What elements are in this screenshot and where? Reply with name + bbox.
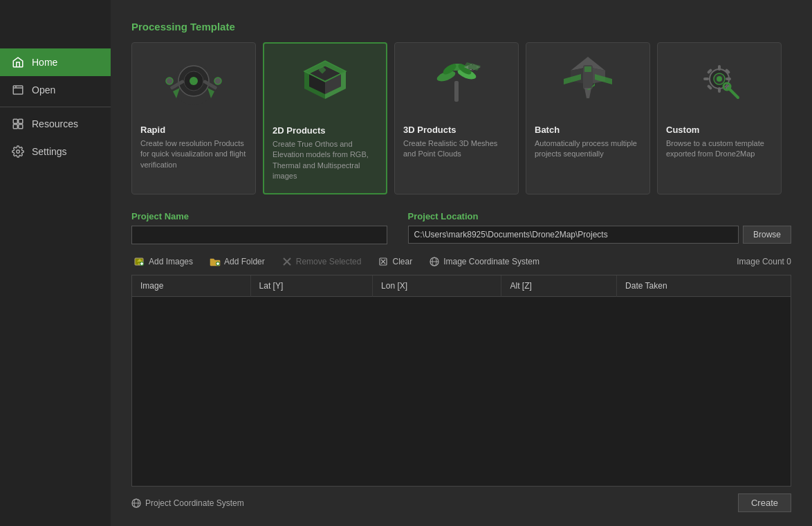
project-name-label: Project Name xyxy=(131,211,387,221)
image-table-wrapper: Image Lat [Y] Lon [X] Alt [Z] Date Taken xyxy=(131,275,791,487)
batch-card-image xyxy=(526,43,649,119)
image-count-value: 0 xyxy=(786,257,791,266)
add-folder-icon xyxy=(210,256,221,267)
templates-row: Rapid Create low resolution Products for… xyxy=(131,42,791,194)
remove-selected-label: Remove Selected xyxy=(296,257,362,266)
remove-selected-button[interactable]: Remove Selected xyxy=(279,254,365,269)
add-images-button[interactable]: Add Images xyxy=(131,254,196,269)
batch-card-desc: Automatically process multiple projects … xyxy=(535,138,641,160)
col-date: Date Taken xyxy=(617,275,791,297)
svg-rect-4 xyxy=(19,125,23,129)
2d-card-title: 2D Products xyxy=(273,125,378,136)
col-lat: Lat [Y] xyxy=(250,275,373,297)
col-alt: Alt [Z] xyxy=(501,275,617,297)
3d-card-body: 3D Products Create Realistic 3D Meshes a… xyxy=(395,119,518,160)
svg-point-9 xyxy=(190,77,198,85)
settings-icon xyxy=(11,145,25,158)
col-lon: Lon [X] xyxy=(373,275,501,297)
svg-rect-24 xyxy=(454,81,459,102)
globe-icon xyxy=(131,498,141,508)
svg-rect-2 xyxy=(19,119,23,123)
2d-card-body: 2D Products Create True Orthos and Eleva… xyxy=(264,120,386,182)
image-coord-system-button[interactable]: Image Coordinate System xyxy=(426,254,542,269)
add-folder-label: Add Folder xyxy=(224,257,265,266)
rapid-card-image xyxy=(132,43,255,119)
remove-selected-icon xyxy=(282,256,293,267)
svg-rect-49 xyxy=(726,78,731,80)
svg-rect-1 xyxy=(13,119,17,123)
project-coord-label: Project Coordinate System xyxy=(145,498,244,508)
template-card-batch[interactable]: Batch Automatically process multiple pro… xyxy=(526,42,650,194)
open-icon xyxy=(11,83,25,97)
col-image: Image xyxy=(132,275,250,297)
svg-point-5 xyxy=(17,150,20,154)
svg-rect-46 xyxy=(718,65,721,71)
sidebar-item-open[interactable]: Open xyxy=(0,76,111,104)
template-card-custom[interactable]: Custom Browse to a custom template expor… xyxy=(657,42,782,194)
template-card-rapid[interactable]: Rapid Create low resolution Products for… xyxy=(131,42,256,194)
template-card-3d[interactable]: 3D Products Create Realistic 3D Meshes a… xyxy=(394,42,519,194)
clear-icon xyxy=(378,256,389,267)
2d-card-desc: Create True Orthos and Elevation models … xyxy=(273,139,378,182)
custom-card-desc: Browse to a custom template exported fro… xyxy=(666,138,773,160)
location-row: Browse xyxy=(408,226,791,244)
rapid-card-title: Rapid xyxy=(140,125,247,135)
sidebar-item-resources[interactable]: Resources xyxy=(0,110,111,138)
processing-template-section: Processing Template xyxy=(131,21,791,211)
add-images-icon xyxy=(134,256,145,267)
image-count: Image Count 0 xyxy=(737,257,791,266)
table-header-row: Image Lat [Y] Lon [X] Alt [Z] Date Taken xyxy=(132,275,791,297)
sidebar-item-settings[interactable]: Settings xyxy=(0,138,111,165)
custom-card-title: Custom xyxy=(666,125,773,135)
clear-label: Clear xyxy=(392,257,412,266)
project-location-input[interactable] xyxy=(408,226,739,244)
image-table: Image Lat [Y] Lon [X] Alt [Z] Date Taken xyxy=(132,275,791,297)
svg-point-45 xyxy=(717,76,722,82)
project-name-section: Project Name xyxy=(131,211,387,244)
bottom-bar: Project Coordinate System Create xyxy=(131,493,791,512)
project-coord-system-button[interactable]: Project Coordinate System xyxy=(131,498,244,508)
image-count-label: Image Count xyxy=(737,257,784,266)
svg-point-14 xyxy=(166,78,173,84)
home-icon xyxy=(11,55,25,69)
project-name-input[interactable] xyxy=(131,226,387,244)
sidebar-settings-label: Settings xyxy=(32,146,67,157)
custom-card-image xyxy=(658,43,781,119)
project-config-row: Project Name Project Location Browse xyxy=(131,211,791,244)
template-card-2d[interactable]: 2D Products Create True Orthos and Eleva… xyxy=(263,42,387,194)
svg-rect-48 xyxy=(703,78,709,80)
main-content: Processing Template xyxy=(111,0,812,526)
3d-card-desc: Create Realistic 3D Meshes and Point Clo… xyxy=(403,138,510,160)
image-coord-icon xyxy=(429,256,440,267)
sidebar-home-label: Home xyxy=(32,57,57,68)
add-images-label: Add Images xyxy=(149,257,193,266)
3d-card-image xyxy=(395,43,518,119)
browse-button[interactable]: Browse xyxy=(743,226,791,244)
custom-card-body: Custom Browse to a custom template expor… xyxy=(658,119,781,160)
batch-card-body: Batch Automatically process multiple pro… xyxy=(526,119,649,160)
sidebar: Home Open Resources Set xyxy=(0,0,111,526)
clear-button[interactable]: Clear xyxy=(375,254,415,269)
project-location-section: Project Location Browse xyxy=(408,211,791,244)
rapid-card-desc: Create low resolution Products for quick… xyxy=(140,138,247,170)
svg-rect-47 xyxy=(718,87,721,93)
batch-card-title: Batch xyxy=(535,125,641,135)
sidebar-resources-label: Resources xyxy=(32,118,78,129)
svg-rect-40 xyxy=(584,66,591,72)
svg-rect-3 xyxy=(13,125,17,129)
2d-card-image xyxy=(264,44,386,120)
3d-card-title: 3D Products xyxy=(403,125,510,135)
processing-template-title: Processing Template xyxy=(131,21,791,33)
project-location-label: Project Location xyxy=(408,211,791,221)
svg-point-15 xyxy=(214,78,221,84)
rapid-card-body: Rapid Create low resolution Products for… xyxy=(132,119,255,170)
svg-rect-0 xyxy=(13,86,23,94)
toolbar-row: Add Images Add Folder Remove Selected xyxy=(131,254,791,269)
create-button[interactable]: Create xyxy=(738,493,791,512)
image-coord-system-label: Image Coordinate System xyxy=(443,257,539,266)
resources-icon xyxy=(11,117,25,131)
sidebar-open-label: Open xyxy=(32,84,55,96)
sidebar-item-home[interactable]: Home xyxy=(0,48,111,76)
add-folder-button[interactable]: Add Folder xyxy=(207,254,268,269)
